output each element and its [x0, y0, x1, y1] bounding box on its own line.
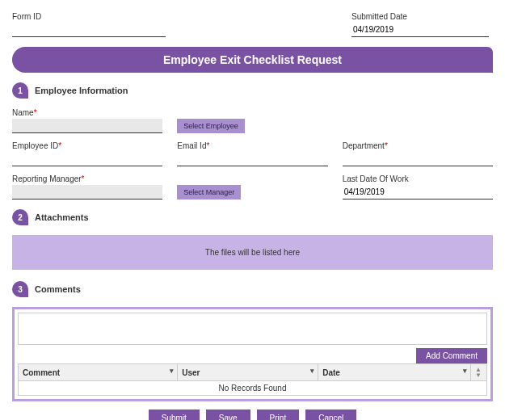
- select-employee-button[interactable]: Select Employee: [177, 119, 245, 133]
- col-date[interactable]: Date▾: [318, 364, 471, 381]
- department-input[interactable]: [343, 152, 493, 166]
- employee-id-input[interactable]: [12, 152, 162, 166]
- section-3-number: 3: [12, 281, 28, 297]
- email-label: Email Id*: [177, 141, 327, 150]
- col-comment[interactable]: Comment▾: [19, 364, 178, 381]
- add-comment-button[interactable]: Add Comment: [416, 348, 487, 363]
- save-button[interactable]: Save: [206, 410, 250, 420]
- reporting-manager-input[interactable]: [12, 185, 162, 200]
- section-3-title: Comments: [35, 284, 81, 294]
- comments-table: Comment▾ User▾ Date▾ ▲▼ No Records Found: [18, 363, 487, 396]
- reporting-manager-label: Reporting Manager*: [12, 174, 162, 183]
- attachments-placeholder: The files will be listed here: [12, 235, 493, 270]
- name-input[interactable]: [12, 119, 162, 133]
- submitted-date-label: Submitted Date: [351, 12, 493, 21]
- submit-button[interactable]: Submit: [149, 410, 200, 420]
- name-label: Name*: [12, 108, 162, 117]
- col-user[interactable]: User▾: [178, 364, 318, 381]
- form-id-label: Form ID: [12, 12, 335, 21]
- last-date-label: Last Date Of Work: [343, 174, 493, 183]
- comment-textarea[interactable]: [18, 313, 487, 345]
- cancel-button[interactable]: Cancel: [305, 410, 356, 420]
- section-1-number: 1: [12, 82, 28, 99]
- section-2-title: Attachments: [35, 212, 89, 222]
- print-button[interactable]: Print: [257, 410, 300, 420]
- section-1-title: Employee Information: [35, 86, 128, 95]
- filter-icon[interactable]: ▾: [463, 367, 467, 375]
- comments-panel: Add Comment Comment▾ User▾ Date▾ ▲▼ No R…: [12, 307, 493, 401]
- scroll-arrows[interactable]: ▲▼: [471, 364, 487, 381]
- select-manager-button[interactable]: Select Manager: [177, 185, 241, 200]
- submitted-date-input[interactable]: [351, 23, 489, 37]
- employee-id-label: Employee ID*: [12, 141, 162, 150]
- section-2-number: 2: [12, 209, 28, 225]
- form-id-input[interactable]: [12, 23, 166, 37]
- page-title-banner: Employee Exit Checklist Request: [12, 47, 493, 73]
- filter-icon[interactable]: ▾: [310, 367, 314, 375]
- no-records-row: No Records Found: [19, 381, 487, 396]
- last-date-input[interactable]: [343, 185, 493, 200]
- filter-icon[interactable]: ▾: [170, 367, 174, 375]
- email-input[interactable]: [177, 152, 327, 166]
- department-label: Department*: [343, 141, 493, 150]
